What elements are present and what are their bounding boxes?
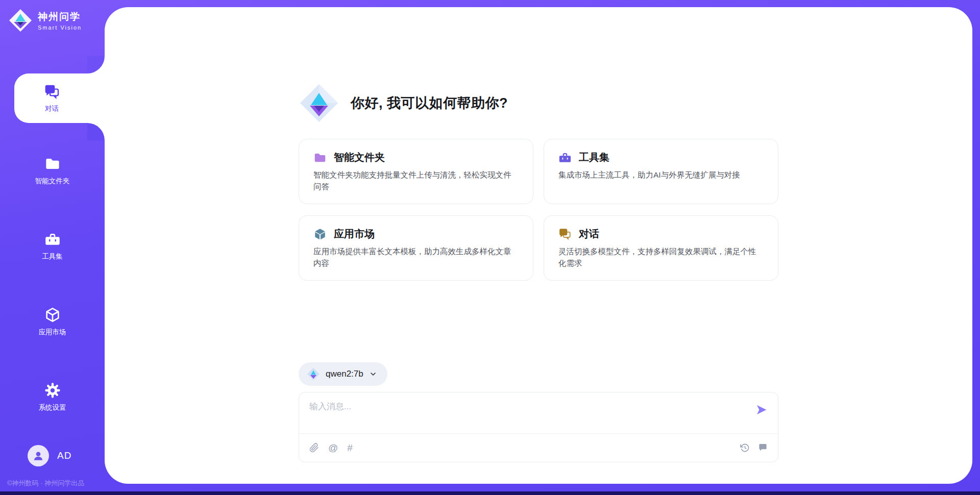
grid-cube-icon: [313, 228, 327, 241]
user-avatar-icon: [32, 449, 45, 462]
diamond-logo-icon: [299, 83, 339, 123]
sidebar-item-toolset[interactable]: 工具集: [0, 225, 105, 267]
sidebar-item-smart-folder[interactable]: 智能文件夹: [0, 149, 105, 192]
card-title: 工具集: [579, 151, 609, 164]
briefcase-icon: [558, 151, 572, 164]
sidebar-item-app-market[interactable]: 应用市场: [0, 300, 105, 343]
model-selector[interactable]: qwen2:7b: [299, 362, 387, 386]
chat-bubble-icon[interactable]: [758, 443, 768, 453]
brand-name: 神州问学: [38, 10, 82, 23]
model-name: qwen2:7b: [326, 369, 363, 379]
at-icon[interactable]: @: [328, 443, 338, 453]
chat-icon: [44, 84, 60, 100]
tab-fillet-top: [87, 56, 105, 73]
chevron-down-icon: [369, 370, 377, 378]
hash-icon[interactable]: #: [347, 443, 353, 453]
bottom-edge: [0, 491, 980, 495]
feature-cards: 智能文件夹 智能文件夹功能支持批量文件上传与清洗，轻松实现文件问答 工具集 集成…: [299, 139, 778, 281]
tab-fillet-bottom: [87, 123, 105, 140]
sidebar-item-label: 系统设置: [39, 403, 66, 412]
composer-toolbar: @ #: [299, 433, 778, 462]
avatar: [28, 445, 49, 466]
sidebar-item-label: 智能文件夹: [35, 177, 70, 186]
diamond-logo-icon: [8, 8, 33, 33]
composer: @ #: [299, 392, 778, 462]
sidebar-item-chat[interactable]: 对话: [14, 73, 105, 123]
sidebar-item-label: 工具集: [42, 252, 63, 261]
card-description: 智能文件夹功能支持批量文件上传与清洗，轻松实现文件问答: [313, 169, 519, 193]
copyright: ©神州数码 · 神州问学出品: [7, 479, 84, 488]
diamond-logo-icon: [307, 367, 320, 381]
greeting-text: 你好, 我可以如何帮助你?: [351, 94, 508, 112]
card-title: 智能文件夹: [334, 151, 385, 164]
chat-icon: [558, 228, 572, 241]
user-name: AD: [57, 450, 71, 461]
user-account[interactable]: AD: [28, 445, 71, 466]
card-chat[interactable]: 对话 灵活切换多模型文件，支持多样回复效果调试，满足个性化需求: [544, 215, 778, 281]
card-toolset[interactable]: 工具集 集成市场上主流工具，助力AI与外界无缝扩展与对接: [544, 139, 778, 204]
card-description: 集成市场上主流工具，助力AI与外界无缝扩展与对接: [558, 169, 764, 181]
message-input[interactable]: [299, 392, 738, 432]
paperclip-icon[interactable]: [309, 443, 319, 453]
history-icon[interactable]: [740, 443, 750, 453]
main-panel: 你好, 我可以如何帮助你? 智能文件夹 智能文件夹功能支持批量文件上传与清洗，轻…: [105, 7, 972, 484]
folder-icon: [313, 151, 327, 164]
card-title: 对话: [579, 227, 599, 241]
card-smart-folder[interactable]: 智能文件夹 智能文件夹功能支持批量文件上传与清洗，轻松实现文件问答: [299, 139, 533, 204]
greeting: 你好, 我可以如何帮助你?: [299, 83, 778, 123]
folder-icon: [44, 156, 61, 172]
sidebar-item-label: 应用市场: [39, 328, 66, 337]
card-title: 应用市场: [334, 227, 375, 241]
cube-icon: [44, 307, 61, 323]
brand-subtitle: Smart Vision: [38, 24, 82, 31]
sidebar-item-settings[interactable]: 系统设置: [0, 376, 105, 418]
sidebar-item-label: 对话: [45, 104, 59, 113]
card-description: 灵活切换多模型文件，支持多样回复效果调试，满足个性化需求: [558, 245, 764, 269]
brand: 神州问学 Smart Vision: [8, 8, 82, 33]
send-icon[interactable]: [755, 404, 768, 416]
card-app-market[interactable]: 应用市场 应用市场提供丰富长文本模板，助力高效生成多样化文章内容: [299, 215, 533, 281]
briefcase-icon: [44, 231, 61, 247]
card-description: 应用市场提供丰富长文本模板，助力高效生成多样化文章内容: [313, 245, 519, 269]
gear-icon: [44, 382, 61, 399]
